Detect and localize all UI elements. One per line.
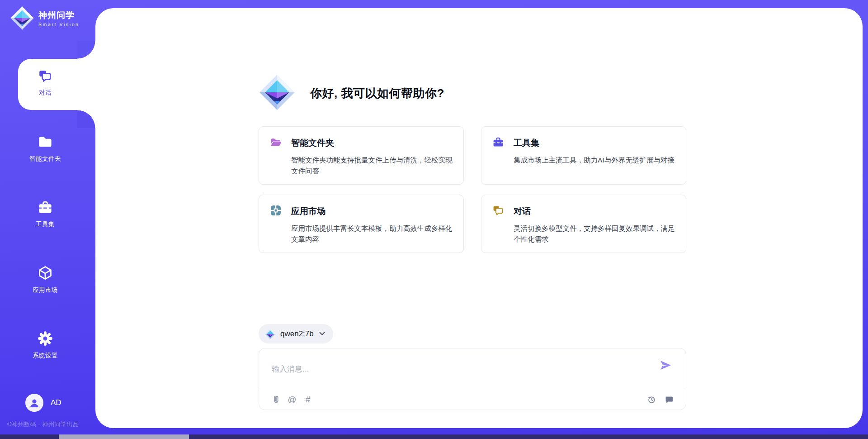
sidebar-item-smart-folder[interactable]: 智能文件夹 [0, 134, 90, 163]
toolbox-icon [38, 200, 53, 217]
send-icon[interactable] [659, 358, 672, 372]
sidebar-item-label: 对话 [39, 89, 52, 97]
cube-icon [38, 265, 53, 282]
brand-subtitle: Smart Vision [38, 22, 80, 28]
sidebar-item-chat[interactable]: 对话 [0, 69, 90, 97]
briefcase-icon [492, 136, 504, 150]
user-account[interactable]: AD [25, 394, 61, 412]
tab-curve-bottom [77, 110, 95, 128]
grid-icon [270, 205, 282, 218]
message-input[interactable] [272, 356, 642, 383]
card-toolset[interactable]: 工具集 集成市场上主流工具，助力AI与外界无缝扩展与对接 [481, 126, 686, 185]
model-selector[interactable]: qwen2:7b [259, 324, 333, 344]
greeting-block: 你好, 我可以如何帮助你? [259, 74, 686, 113]
brand-title: 神州问学 [38, 11, 80, 20]
model-diamond-icon [265, 329, 276, 339]
chat-bubbles-icon [492, 205, 504, 218]
folder-icon [38, 134, 53, 151]
chevron-down-icon [319, 332, 325, 336]
card-description: 应用市场提供丰富长文本模板，助力高效生成多样化文章内容 [291, 223, 453, 245]
sidebar-item-settings[interactable]: 系统设置 [0, 331, 90, 360]
card-chat[interactable]: 对话 灵活切换多模型文件，支持多样回复效果调试，满足个性化需求 [481, 195, 686, 253]
history-icon[interactable] [646, 394, 657, 405]
card-description: 灵活切换多模型文件，支持多样回复效果调试，满足个性化需求 [514, 223, 675, 245]
gear-icon [38, 331, 53, 348]
horizontal-scrollbar [0, 434, 868, 439]
card-description: 智能文件夹功能支持批量文件上传与清洗，轻松实现文件问答 [291, 155, 453, 177]
person-icon [29, 397, 40, 408]
sidebar-item-toolset[interactable]: 工具集 [0, 200, 90, 229]
sidebar-item-label: 工具集 [36, 220, 55, 229]
chat-bubbles-icon [38, 69, 52, 85]
card-title: 智能文件夹 [291, 137, 334, 149]
mention-icon[interactable]: @ [287, 394, 297, 405]
composer-toolbar: @ # [259, 389, 686, 410]
chat-solid-icon[interactable] [663, 394, 674, 405]
card-app-market[interactable]: 应用市场 应用市场提供丰富长文本模板，助力高效生成多样化文章内容 [259, 195, 464, 253]
hash-icon[interactable]: # [302, 394, 313, 405]
feature-cards: 智能文件夹 智能文件夹功能支持批量文件上传与清洗，轻松实现文件问答 [259, 126, 686, 253]
card-title: 对话 [514, 205, 531, 217]
scrollbar-thumb[interactable] [59, 434, 189, 439]
app-logo: 神州问学 Smart Vision [10, 6, 80, 32]
tab-curve-top [77, 41, 95, 59]
sidebar-item-label: 系统设置 [33, 352, 58, 360]
main-panel: 你好, 我可以如何帮助你? 智能文件夹 智能文件夹功能支持批量文件上传与清洗，轻… [95, 8, 863, 428]
sidebar: 神州问学 Smart Vision 对话 智能文件夹 [0, 0, 95, 439]
avatar [25, 394, 43, 412]
greeting-title: 你好, 我可以如何帮助你? [310, 86, 444, 101]
card-description: 集成市场上主流工具，助力AI与外界无缝扩展与对接 [514, 155, 675, 166]
card-smart-folder[interactable]: 智能文件夹 智能文件夹功能支持批量文件上传与清洗，轻松实现文件问答 [259, 126, 464, 185]
copyright-text: ©神州数码 · 神州问学出品 [7, 420, 79, 429]
paperclip-icon[interactable] [271, 394, 282, 405]
open-folder-icon [270, 136, 282, 150]
sidebar-item-label: 智能文件夹 [29, 155, 61, 163]
message-composer: @ # [259, 348, 686, 410]
sidebar-item-app-market[interactable]: 应用市场 [0, 265, 90, 294]
card-title: 工具集 [514, 137, 539, 149]
user-initials: AD [51, 398, 61, 407]
sidebar-item-label: 应用市场 [33, 286, 58, 294]
card-title: 应用市场 [291, 205, 326, 217]
model-name: qwen2:7b [280, 329, 314, 339]
brand-diamond-icon [10, 6, 34, 32]
assistant-diamond-icon [259, 74, 296, 113]
